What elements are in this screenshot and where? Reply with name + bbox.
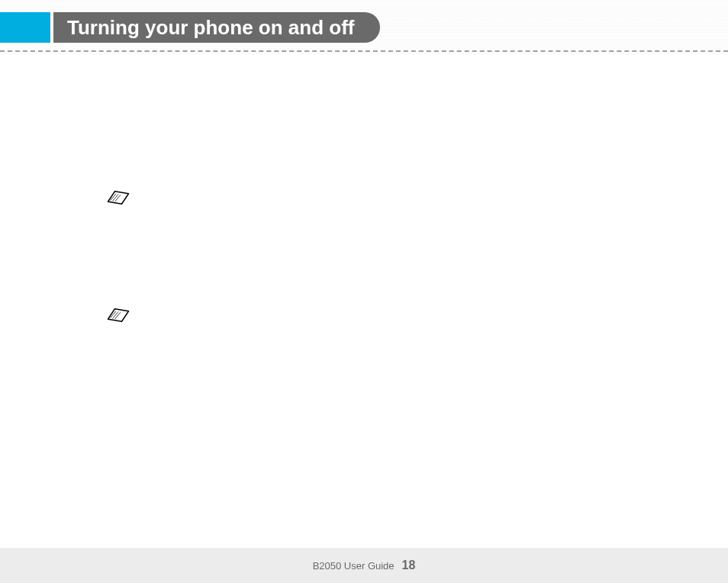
page-title: Turning your phone on and off bbox=[67, 16, 354, 40]
divider-dashed bbox=[0, 50, 728, 52]
footer-page-number: 18 bbox=[402, 559, 416, 572]
accent-block bbox=[0, 12, 50, 43]
footer-guide-label: B2050 User Guide bbox=[313, 560, 395, 572]
note-icon bbox=[107, 190, 130, 205]
document-page: Turning your phone on and off B2050 User… bbox=[0, 0, 728, 583]
page-footer: B2050 User Guide 18 bbox=[0, 548, 728, 583]
title-pill: Turning your phone on and off bbox=[53, 12, 380, 43]
page-header: Turning your phone on and off bbox=[0, 12, 728, 43]
note-icon bbox=[107, 308, 130, 323]
